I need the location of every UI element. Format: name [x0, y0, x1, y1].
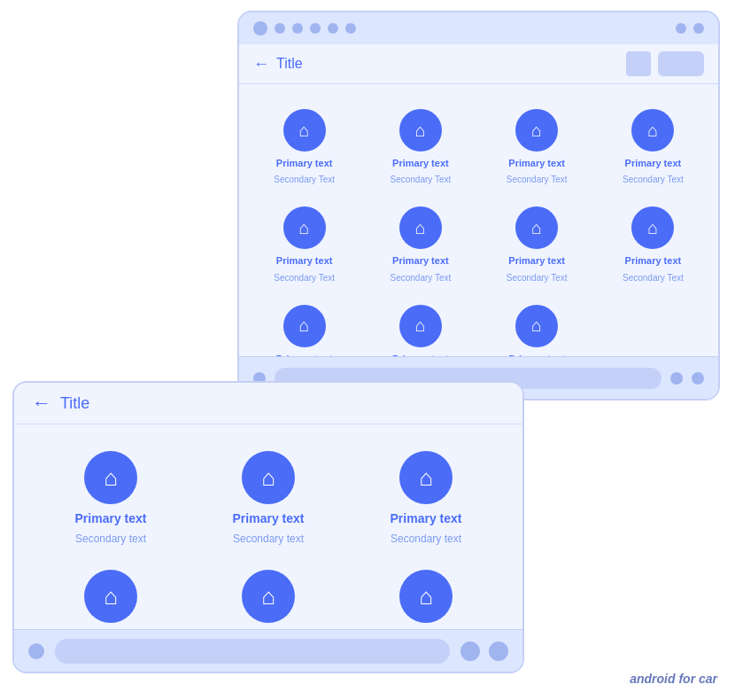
grid-secondary-text: Secondary Text [623, 175, 684, 185]
tablet-home-icon: ⌂ [261, 464, 275, 492]
grid-item[interactable]: ⌂ Primary text Secondary Text [479, 98, 595, 196]
grid-item[interactable]: ⌂ Primary text Secondary Text [246, 98, 362, 196]
grid-secondary-text: Secondary Text [507, 175, 568, 185]
status-dot-1 [253, 21, 267, 35]
phone-status-bar [239, 12, 718, 44]
home-icon: ⌂ [415, 121, 426, 141]
status-dot-5 [328, 23, 338, 34]
tablet-primary-text: Primary text [391, 511, 462, 525]
status-dot-2 [275, 23, 285, 34]
grid-primary-text: Primary text [276, 254, 333, 267]
tablet-app-icon-circle: ⌂ [399, 570, 453, 623]
grid-primary-text: Primary text [508, 254, 565, 267]
tablet-home-icon: ⌂ [261, 583, 275, 611]
grid-item[interactable]: ⌂ Primary text Secondary Text [246, 196, 362, 293]
tablet-top-bar: ← Title [14, 383, 522, 424]
home-icon: ⌂ [299, 315, 310, 336]
tablet-primary-text: Primary text [75, 511, 147, 525]
tablet-app-icon-circle: ⌂ [399, 451, 453, 504]
tablet-secondary-text: Secondary text [233, 533, 304, 545]
tablet-app-icon-circle: ⌂ [84, 570, 137, 623]
home-icon: ⌂ [531, 315, 542, 336]
grid-secondary-text: Secondary Text [391, 175, 452, 185]
grid-item[interactable]: ⌂ Primary text Secondary Text [362, 98, 478, 196]
status-dot-8 [693, 23, 704, 34]
phone-grid: ⌂ Primary text Secondary Text ⌂ Primary … [239, 84, 718, 401]
status-dot-7 [676, 23, 686, 34]
tablet-grid-item[interactable]: ⌂ Primary text Secondary text [347, 439, 505, 557]
app-icon-circle: ⌂ [399, 305, 442, 347]
tablet-grid-item[interactable]: ⌂ Primary text Secondary text [32, 439, 190, 557]
app-icon-circle: ⌂ [283, 206, 326, 249]
menu-icon[interactable] [626, 51, 651, 76]
android-suffix-text: for car [678, 672, 717, 686]
tablet-back-arrow-icon[interactable]: ← [32, 392, 51, 415]
status-dot-3 [292, 23, 303, 34]
status-dot-4 [310, 23, 321, 34]
phone-top-bar: ← Title [239, 44, 718, 84]
bottom-nav-pill[interactable] [55, 639, 450, 664]
grid-secondary-text: Secondary Text [507, 273, 568, 284]
home-icon: ⌂ [531, 121, 542, 141]
tablet-bottom-bar [14, 629, 522, 672]
app-icon-circle: ⌂ [283, 305, 326, 347]
tablet-home-icon: ⌂ [104, 583, 118, 611]
tablet-grid-item[interactable]: ⌂ Primary text Secondary text [190, 439, 347, 557]
home-icon: ⌂ [531, 218, 542, 238]
grid-item[interactable]: ⌂ Primary text Secondary Text [595, 196, 711, 293]
home-icon: ⌂ [647, 218, 658, 238]
app-icon-circle: ⌂ [631, 109, 674, 152]
grid-primary-text: Primary text [276, 157, 333, 169]
tablet-home-icon: ⌂ [104, 464, 118, 492]
phone-screen-title: Title [276, 56, 303, 72]
app-icon-circle: ⌂ [399, 206, 442, 249]
grid-secondary-text: Secondary Text [274, 273, 335, 284]
app-icon-circle: ⌂ [399, 109, 442, 152]
bottom-nav-dot [28, 643, 44, 659]
tablet-home-icon: ⌂ [419, 464, 433, 492]
tablet-secondary-text: Secondary text [391, 533, 461, 545]
bottom-dot [670, 372, 683, 385]
grid-primary-text: Primary text [508, 157, 565, 169]
home-icon: ⌂ [299, 218, 310, 238]
android-for-car-label: android for car [630, 672, 717, 686]
grid-item[interactable]: ⌂ Primary text Secondary Text [362, 196, 478, 293]
bottom-nav-dot-right-1 [460, 642, 480, 661]
tablet-primary-text: Primary text [233, 511, 305, 525]
home-icon: ⌂ [415, 315, 426, 336]
tablet-mockup: ← Title ⌂ Primary text Secondary text ⌂ … [12, 381, 524, 673]
grid-primary-text: Primary text [625, 157, 682, 169]
tablet-app-icon-circle: ⌂ [242, 570, 295, 623]
android-label-text: android [630, 672, 675, 686]
home-icon: ⌂ [299, 121, 310, 141]
back-arrow-icon[interactable]: ← [253, 55, 269, 74]
grid-item[interactable]: ⌂ Primary text Secondary Text [595, 98, 711, 196]
tablet-home-icon: ⌂ [419, 583, 433, 611]
status-dot-6 [345, 23, 356, 34]
tablet-app-icon-circle: ⌂ [84, 451, 137, 504]
home-icon: ⌂ [415, 218, 426, 238]
grid-primary-text: Primary text [392, 254, 449, 267]
bottom-nav-dot-right-2 [489, 642, 508, 661]
tablet-screen-title: Title [60, 394, 89, 413]
phone-mockup: ← Title ⌂ Primary text Secondary Text ⌂ … [237, 11, 720, 401]
grid-primary-text: Primary text [625, 254, 682, 267]
app-icon-circle: ⌂ [631, 206, 674, 249]
tablet-app-icon-circle: ⌂ [242, 451, 295, 504]
app-icon-circle: ⌂ [515, 109, 558, 152]
app-icon-circle: ⌂ [283, 109, 326, 152]
app-icon-circle: ⌂ [515, 206, 558, 249]
grid-secondary-text: Secondary Text [623, 273, 684, 284]
app-icon-circle: ⌂ [515, 305, 558, 347]
tablet-secondary-text: Secondary text [75, 533, 146, 545]
grid-secondary-text: Secondary Text [274, 175, 335, 185]
grid-item[interactable]: ⌂ Primary text Secondary Text [479, 196, 595, 293]
grid-secondary-text: Secondary Text [391, 273, 452, 284]
home-icon: ⌂ [647, 121, 658, 141]
search-rect[interactable] [658, 51, 704, 76]
bottom-dot [692, 372, 704, 385]
grid-primary-text: Primary text [392, 157, 449, 169]
